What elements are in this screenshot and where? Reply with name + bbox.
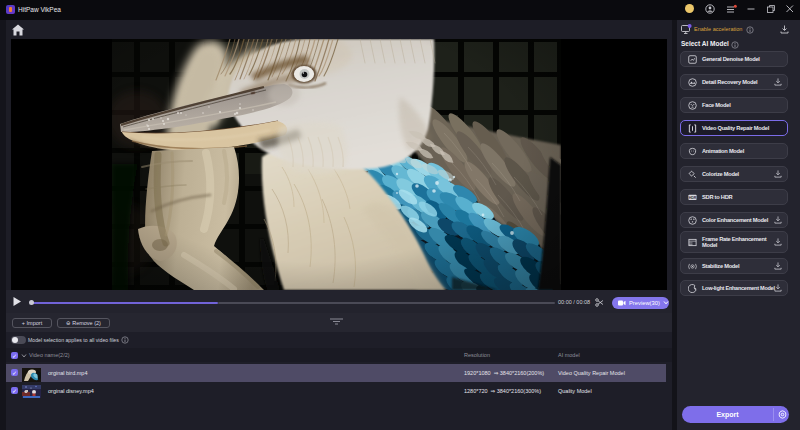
svg-text:HDR: HDR xyxy=(689,195,697,199)
